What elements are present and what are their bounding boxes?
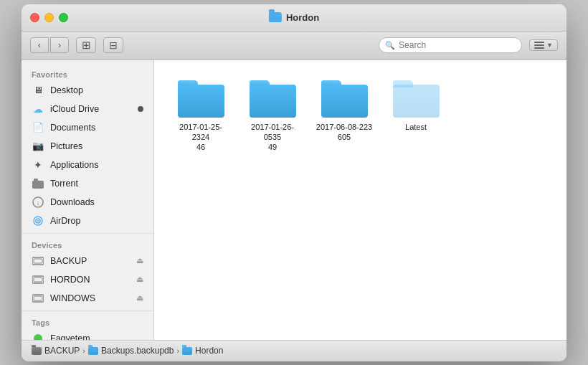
folder-icon-2 xyxy=(250,80,296,118)
view-line-3 xyxy=(534,47,544,49)
sidebar-label-icloud: iCloud Drive xyxy=(50,104,99,114)
breadcrumb-folder-2-icon xyxy=(182,347,192,355)
nav-buttons: ‹ › xyxy=(30,37,69,53)
sidebar-item-icloud[interactable]: iCloud Drive xyxy=(22,100,153,118)
sidebar-item-hordon[interactable]: HORDON ⏏ xyxy=(22,270,153,289)
window-title-text: Hordon xyxy=(286,12,319,23)
svg-point-13 xyxy=(34,334,42,340)
svg-rect-12 xyxy=(34,296,42,300)
sidebar-item-torrent[interactable]: Torrent xyxy=(22,174,153,193)
search-box[interactable]: 🔍 xyxy=(379,37,522,53)
view-options-button[interactable]: ▼ xyxy=(529,39,558,51)
sidebar-item-backup[interactable]: BACKUP ⏏ xyxy=(22,252,153,270)
sidebar-label-torrent: Torrent xyxy=(50,179,78,189)
delete-button[interactable]: ⊟ xyxy=(103,37,123,53)
content-area: 2017-01-25-2324 46 2017-01-26-0535 49 20… xyxy=(154,60,566,340)
applications-icon: ✦ xyxy=(32,158,44,171)
backup-device-icon xyxy=(32,255,44,267)
sidebar-section-devices: Devices xyxy=(22,237,153,252)
forward-button[interactable]: › xyxy=(50,37,69,53)
breadcrumb-hordon: Hordon xyxy=(195,346,223,356)
folder-icon-1 xyxy=(178,80,224,118)
sidebar-divider-1 xyxy=(22,233,153,234)
sidebar-label-windows: WINDOWS xyxy=(50,293,95,303)
sidebar-label-pictures: Pictures xyxy=(50,141,82,151)
search-input[interactable] xyxy=(399,40,516,50)
title-folder-icon xyxy=(269,12,282,22)
sidebar-item-pictures[interactable]: Pictures xyxy=(22,137,153,156)
downloads-icon: ↓ xyxy=(32,196,44,209)
toolbar: ‹ › ⊞ ⊟ 🔍 ▼ xyxy=(22,32,566,60)
svg-rect-8 xyxy=(34,259,42,263)
folder-label-3: 2017-06-08-223 605 xyxy=(316,122,372,143)
svg-rect-1 xyxy=(34,179,38,181)
traffic-lights xyxy=(30,13,68,22)
tag-green-icon xyxy=(32,332,44,340)
breadcrumb-backupsdb: Backups.backupdb xyxy=(101,346,174,356)
sidebar-item-tag-faqyetem[interactable]: Faqyetem xyxy=(22,329,153,340)
sidebar-label-airdrop: AirDrop xyxy=(50,216,80,226)
folder-body-1 xyxy=(178,85,224,118)
sidebar-label-applications: Applications xyxy=(50,160,98,170)
sidebar-item-downloads[interactable]: ↓ Downloads xyxy=(22,193,153,212)
folder-icon-3 xyxy=(321,80,368,118)
statusbar: BACKUP › Backups.backupdb › Hordon xyxy=(22,340,566,361)
sidebar-divider-2 xyxy=(22,311,153,311)
sidebar-item-documents[interactable]: Documents xyxy=(22,118,153,137)
airdrop-icon xyxy=(32,214,44,227)
arrange-button[interactable]: ⊞ xyxy=(76,37,96,53)
folder-item-1[interactable]: 2017-01-25-2324 46 xyxy=(169,75,233,158)
breadcrumb: BACKUP › Backups.backupdb › Hordon xyxy=(32,346,223,356)
sidebar-label-tag-faqyetem: Faqyetem xyxy=(50,333,90,340)
maximize-button[interactable] xyxy=(59,13,68,22)
folder-label-1: 2017-01-25-2324 46 xyxy=(171,122,230,153)
sidebar-item-airdrop[interactable]: AirDrop xyxy=(22,212,153,230)
folder-item-2[interactable]: 2017-01-26-0535 49 xyxy=(240,75,305,158)
sidebar-item-desktop[interactable]: Desktop xyxy=(22,81,153,100)
sidebar-section-tags: Tags xyxy=(22,314,153,329)
windows-device-icon xyxy=(32,292,44,305)
minimize-button[interactable] xyxy=(44,13,54,22)
desktop-icon xyxy=(32,84,44,97)
icloud-icon xyxy=(32,103,44,115)
svg-rect-10 xyxy=(34,278,42,282)
sidebar-item-windows[interactable]: WINDOWS ⏏ xyxy=(22,289,153,308)
sidebar-item-applications[interactable]: ✦ Applications xyxy=(22,156,153,174)
backup-eject-button[interactable]: ⏏ xyxy=(136,256,143,265)
close-button[interactable] xyxy=(30,13,39,22)
folder-body-4 xyxy=(393,85,440,118)
folder-icon-4 xyxy=(393,80,440,118)
torrent-icon xyxy=(32,177,44,190)
view-lines-icon xyxy=(534,42,544,49)
titlebar: Hordon xyxy=(22,4,566,32)
finder-window: Hordon ‹ › ⊞ ⊟ 🔍 ▼ Favorites xyxy=(22,4,566,361)
folder-label-2: 2017-01-26-0535 49 xyxy=(243,122,302,153)
sidebar: Favorites Desktop iCloud Drive Documents… xyxy=(22,60,154,340)
folder-item-4[interactable]: Latest xyxy=(384,75,448,158)
main-area: Favorites Desktop iCloud Drive Documents… xyxy=(22,60,566,340)
folder-body-2 xyxy=(250,85,296,118)
svg-rect-0 xyxy=(32,181,44,189)
breadcrumb-folder-1-icon xyxy=(88,347,98,355)
folder-label-4: Latest xyxy=(405,122,427,132)
breadcrumb-drive-icon xyxy=(32,347,42,355)
breadcrumb-arrow-1: › xyxy=(82,346,85,355)
folder-body-3 xyxy=(321,85,368,118)
sidebar-label-backup: BACKUP xyxy=(50,256,87,266)
hordon-eject-button[interactable]: ⏏ xyxy=(136,275,143,284)
window-title: Hordon xyxy=(269,12,319,23)
breadcrumb-backup: BACKUP xyxy=(44,346,80,356)
sidebar-label-downloads: Downloads xyxy=(50,197,95,207)
view-line-2 xyxy=(534,44,544,46)
search-icon: 🔍 xyxy=(385,41,395,50)
pictures-icon xyxy=(32,140,44,153)
icloud-badge xyxy=(138,106,143,112)
breadcrumb-arrow-2: › xyxy=(176,346,179,355)
back-button[interactable]: ‹ xyxy=(30,37,49,53)
view-dropdown-arrow: ▼ xyxy=(546,42,553,49)
svg-point-6 xyxy=(37,220,39,222)
windows-eject-button[interactable]: ⏏ xyxy=(136,293,143,303)
sidebar-label-hordon: HORDON xyxy=(50,275,90,285)
sidebar-label-desktop: Desktop xyxy=(50,85,83,95)
folder-item-3[interactable]: 2017-06-08-223 605 xyxy=(312,75,376,158)
